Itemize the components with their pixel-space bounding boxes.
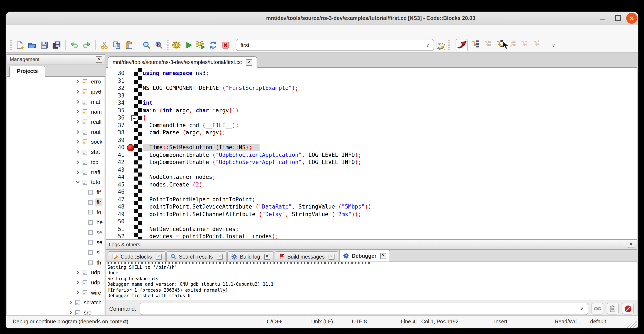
tree-item-fo[interactable]: fo (7, 207, 104, 217)
log-tab-close-button[interactable]: ✕ (216, 254, 222, 260)
command-input[interactable]: ∨ (140, 302, 588, 315)
tree-item-fif[interactable]: fif (7, 187, 104, 197)
code-line-33[interactable]: 33 (106, 92, 637, 99)
minimize-button[interactable] (598, 14, 607, 23)
tab-build-log[interactable]: Build log✕ (227, 251, 274, 261)
build-button[interactable] (171, 40, 182, 50)
chevron-down-icon[interactable] (75, 179, 80, 185)
code-line-49[interactable]: 49 pointToPoint.SetChannelAttribute ("De… (106, 210, 637, 218)
redo-button[interactable] (82, 40, 92, 50)
tab-build-messages[interactable]: Build messages✕ (274, 251, 338, 261)
chevron-right-icon[interactable] (75, 169, 80, 175)
tab-projects[interactable]: Projects (9, 66, 46, 77)
tree-item-rout[interactable]: rout (7, 127, 104, 137)
copy-button[interactable] (112, 40, 122, 50)
chevron-right-icon[interactable] (68, 310, 73, 315)
next-instruction-button[interactable] (519, 39, 529, 49)
line-number[interactable]: 31 (106, 77, 124, 84)
line-number[interactable]: 42 (106, 159, 124, 166)
tab-debugger[interactable]: Debugger✕ (339, 250, 390, 261)
tree-item-si[interactable]: si (7, 247, 104, 257)
line-number[interactable]: 37 (106, 121, 124, 129)
code-line-44[interactable]: 44 NodeContainer nodes; (106, 173, 637, 181)
attach-button[interactable] (592, 303, 603, 314)
tree-item-wire[interactable]: wire (7, 287, 104, 297)
code-line-51[interactable]: 51 NetDeviceContainer devices; (106, 225, 637, 233)
tree-item-mat[interactable]: mat (7, 97, 104, 107)
cut-button[interactable] (99, 40, 110, 50)
resize-grip[interactable] (627, 318, 637, 328)
fold-collapse-marker[interactable] (131, 115, 137, 121)
line-number[interactable]: 33 (106, 92, 124, 99)
open-folder-button[interactable] (27, 40, 37, 50)
chevron-right-icon[interactable] (75, 129, 80, 135)
new-file-button[interactable] (14, 40, 25, 50)
code-line-52[interactable]: 52 devices = pointToPoint.Install (nodes… (106, 233, 637, 239)
tree-item-he[interactable]: he (7, 217, 104, 227)
chevron-right-icon[interactable] (68, 300, 73, 305)
line-number[interactable]: 49 (106, 210, 124, 218)
tree-item-stat[interactable]: stat (7, 147, 104, 157)
code-line-34[interactable]: 34int (106, 99, 637, 107)
tree-item-se[interactable]: se (7, 237, 104, 247)
line-number[interactable]: 46 (106, 188, 124, 196)
code-line-37[interactable]: 37 CommandLine cmd (__FILE__); (106, 121, 637, 129)
maximize-button[interactable] (613, 14, 622, 23)
log-tab-close-button[interactable]: ✕ (380, 253, 386, 259)
tree-item-udp-[interactable]: udp- (7, 278, 104, 287)
step-out-button[interactable] (506, 39, 517, 49)
chevron-right-icon[interactable] (75, 109, 80, 115)
chevron-right-icon[interactable] (75, 89, 80, 95)
code-line-48[interactable]: 48 pointToPoint.SetDeviceAttribute ("Dat… (106, 203, 637, 210)
editor-tab[interactable]: mnt/dev/tools/source/ns-3-dev/examples/t… (108, 56, 257, 68)
tab-search-results[interactable]: Search results✕ (166, 251, 226, 261)
tree-item-scratch[interactable]: scratch (7, 297, 104, 307)
save-all-button[interactable] (52, 40, 62, 50)
breakpoint-marker[interactable] (127, 144, 134, 151)
line-number[interactable]: 52 (106, 233, 124, 239)
line-number[interactable]: 51 (106, 225, 124, 233)
line-number[interactable]: 41 (106, 151, 124, 159)
code-line-45[interactable]: 45 nodes.Create (2); (106, 181, 637, 188)
tree-item-th[interactable]: th (7, 257, 104, 267)
tree-item-udp[interactable]: udp (7, 267, 104, 277)
tree-item-src[interactable]: src (7, 308, 104, 315)
find-button[interactable] (142, 40, 152, 50)
chevron-right-icon[interactable] (75, 280, 80, 285)
log-tab-close-button[interactable]: ✕ (156, 254, 162, 260)
line-number[interactable]: 32 (106, 84, 124, 92)
code-line-40[interactable]: 40 Time::SetResolution (Time::NS); (106, 144, 637, 151)
code-line-42[interactable]: 42 LogComponentEnable ("UdpEchoServerApp… (106, 159, 637, 166)
line-number[interactable]: 34 (106, 99, 124, 107)
line-number[interactable]: 35 (106, 107, 124, 114)
chevron-right-icon[interactable] (75, 159, 80, 165)
line-number[interactable]: 39 (106, 136, 124, 144)
chevron-right-icon[interactable] (75, 270, 80, 275)
undo-button[interactable] (69, 40, 80, 50)
editor-tab-close-button[interactable]: ✕ (246, 59, 252, 66)
chevron-right-icon[interactable] (75, 290, 80, 295)
line-number[interactable]: 30 (106, 70, 124, 77)
step-into-button[interactable] (494, 39, 504, 49)
toolbar-grip[interactable] (10, 40, 12, 50)
line-number[interactable]: 38 (106, 129, 124, 136)
log-tab-close-button[interactable]: ✕ (328, 254, 334, 260)
line-number[interactable]: 48 (106, 203, 124, 210)
toolbar-grip[interactable] (448, 40, 450, 50)
toolbar-grip[interactable] (167, 40, 168, 50)
tree-item-trafl[interactable]: trafl (7, 167, 104, 177)
build-target-select[interactable]: first ∨ (236, 39, 434, 51)
tree-item-fir[interactable]: fir (7, 197, 104, 207)
chevron-right-icon[interactable] (75, 119, 80, 125)
editor-content[interactable]: 30using namespace ns3;3132NS_LOG_COMPONE… (106, 68, 637, 239)
code-line-39[interactable]: 39 (106, 136, 637, 144)
line-number[interactable]: 40 (106, 144, 124, 151)
chevron-right-icon[interactable] (75, 149, 80, 155)
save-button[interactable] (39, 40, 49, 50)
project-tree[interactable]: erroipv6matnamreallroutsockstattcptraflt… (7, 77, 105, 315)
tree-item-nam[interactable]: nam (7, 107, 104, 117)
chevron-right-icon[interactable] (75, 139, 80, 145)
build-target-dialog-button[interactable] (435, 40, 445, 50)
tab-code-blocks[interactable]: Code::Blocks✕ (108, 251, 165, 261)
management-close-button[interactable]: ✕ (96, 56, 102, 63)
